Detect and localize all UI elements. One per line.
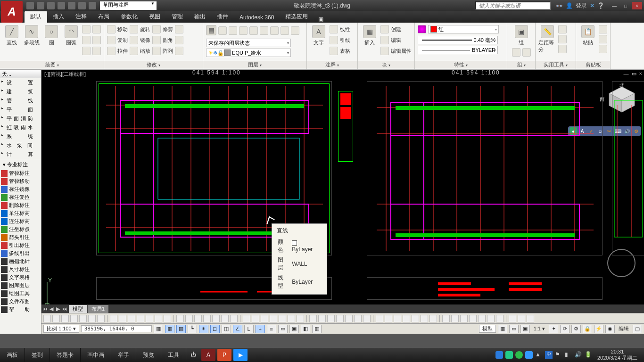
isolate-icon[interactable]: ◉ [605, 325, 615, 333]
help-icon[interactable]: ❔ [597, 2, 604, 9]
dyn-icon[interactable]: + [256, 325, 265, 333]
tree-item[interactable]: 箭头引注 [0, 233, 41, 241]
toolbar-btn[interactable] [176, 315, 184, 322]
ducs-icon[interactable]: L [244, 325, 254, 333]
minimize-button[interactable]: — [609, 2, 619, 9]
app-logo[interactable]: A [1, 1, 23, 23]
leader-icon[interactable] [330, 36, 338, 44]
current-layer-dropdown[interactable]: ☀❄🔓 EQUIP_给水 [206, 49, 291, 57]
grid-display2-icon[interactable]: ▦ [498, 325, 507, 333]
toolbar-btn[interactable] [88, 315, 96, 322]
quickview-dwg-icon[interactable]: ▣ [520, 325, 530, 333]
toolbar-btn[interactable] [243, 315, 250, 322]
taskbar-segment[interactable]: 画板 [0, 348, 25, 362]
otrack-icon[interactable]: ∠ [233, 325, 242, 333]
stretch-icon[interactable] [107, 47, 116, 55]
tree-item[interactable]: 平 面 [0, 105, 41, 114]
toolbar-btn[interactable] [185, 315, 193, 322]
tray-qq-icon[interactable] [495, 351, 503, 359]
tab-insert[interactable]: 插入 [47, 11, 70, 23]
tab-next-icon[interactable]: ▶ [55, 306, 61, 312]
erase-icon[interactable] [175, 25, 183, 33]
taskbar-segment[interactable]: 签到 [25, 348, 50, 362]
infer-icon[interactable]: ▦ [154, 325, 163, 333]
toolbar-btn[interactable] [261, 315, 268, 322]
tree-item[interactable]: 系 统 [0, 132, 41, 141]
group-button[interactable]: ▣组 [512, 25, 530, 46]
toolbar-btn[interactable] [221, 315, 229, 322]
tree-item[interactable]: 标注复位 [0, 193, 41, 201]
tab-expand-icon[interactable]: ▣ [316, 16, 325, 23]
toolbar-btn[interactable] [128, 315, 135, 322]
vp-min-icon[interactable]: — [624, 71, 629, 77]
vp-restore-icon[interactable]: ▭ [632, 71, 636, 77]
toolbar-btn[interactable] [451, 315, 459, 322]
tab-plugin[interactable]: 插件 [211, 11, 234, 23]
scale-dropdown[interactable]: 比例 1:100 ▾ [43, 325, 79, 333]
rotate-icon[interactable] [130, 25, 138, 33]
matchprop-icon[interactable] [418, 25, 426, 33]
tpy-icon[interactable]: ▭ [278, 325, 288, 333]
exchange-icon[interactable]: ✕ [590, 2, 594, 9]
tab-last-icon[interactable]: ⏭ [61, 306, 68, 312]
toolbar-btn[interactable] [376, 315, 383, 322]
layer-btn3-icon[interactable] [239, 26, 248, 35]
toolbar-btn[interactable] [110, 315, 117, 322]
tray-chevron-icon[interactable]: ▲ [535, 351, 543, 359]
taskbar-app-autocad[interactable]: A [201, 349, 215, 361]
tree-item[interactable]: 绘图工具 [0, 289, 41, 297]
polyline-button[interactable]: ∿多段线 [23, 25, 41, 46]
tree-item[interactable]: 计 算 [0, 150, 41, 159]
tab-default[interactable]: 默认 [25, 11, 47, 23]
group-edit-icon[interactable] [522, 48, 531, 57]
tree-item[interactable]: 帮 助 [0, 305, 41, 313]
tray-flag-icon[interactable]: ⚑ [555, 351, 562, 359]
linetype-dropdown[interactable]: BYLAYER [418, 46, 498, 54]
qat-save-icon[interactable] [47, 2, 55, 9]
toolbar-btn[interactable] [164, 315, 171, 322]
polar-icon[interactable]: ✶ [199, 325, 208, 333]
ellipse-icon[interactable] [82, 36, 91, 44]
sc-icon[interactable]: ◧ [301, 325, 310, 333]
tray-batt-icon[interactable]: 🔋 [585, 351, 592, 359]
vp-close-icon[interactable]: × [639, 71, 642, 77]
tree-item[interactable]: 虹吸雨水 [0, 123, 41, 132]
toolbar-btn[interactable] [97, 315, 105, 322]
toolbar-btn[interactable] [442, 315, 450, 322]
grid-icon[interactable]: ▦ [176, 325, 186, 333]
layout1-tab[interactable]: 布局1 [88, 305, 108, 313]
tree-item[interactable]: 标注镜像 [0, 185, 41, 193]
tray-wechat-icon[interactable] [515, 351, 523, 359]
anno-scale-dropdown[interactable]: 1:1 ▾ [532, 326, 547, 332]
tab-param[interactable]: 参数化 [115, 11, 143, 23]
tree-item[interactable]: 管 线 [0, 96, 41, 105]
login-link[interactable]: 登录 [576, 2, 587, 10]
toolbar-btn[interactable] [52, 315, 60, 322]
cut-icon[interactable] [599, 25, 607, 33]
binoculars-icon[interactable]: 👓 [555, 2, 563, 9]
fillet-icon[interactable] [152, 36, 161, 44]
clean-screen-icon[interactable]: ▢ [633, 325, 642, 333]
toolbar-btn[interactable] [79, 315, 87, 322]
props-group-label[interactable]: 特性 [454, 62, 468, 67]
power-icon[interactable]: ⏻ [186, 352, 200, 358]
toolbar-btn[interactable] [61, 315, 69, 322]
scale-icon[interactable] [130, 47, 138, 55]
toolbar-btn[interactable] [318, 315, 326, 322]
insert-block-button[interactable]: ▦插入 [361, 25, 379, 46]
measure-button[interactable]: 📏定距等分 [538, 25, 556, 53]
color-dropdown[interactable]: 红 [428, 25, 499, 33]
osnap-icon[interactable]: ◻ [210, 325, 220, 333]
layer-state-dropdown[interactable]: 未保存的图层状态 [206, 39, 291, 47]
toolbar-btn[interactable] [336, 315, 344, 322]
taskbar-segment[interactable]: 预览 [136, 348, 161, 362]
toolbar-btn[interactable] [412, 315, 419, 322]
move-icon[interactable] [107, 25, 116, 33]
toolbar-btn[interactable] [230, 315, 238, 322]
tab-first-icon[interactable]: ⏮ [41, 306, 48, 312]
copy-icon[interactable] [107, 36, 116, 44]
toolbar-btn[interactable] [527, 315, 534, 322]
tray-cloud-icon[interactable] [525, 351, 533, 359]
tree-item[interactable]: 图库图层 [0, 281, 41, 289]
trim-icon[interactable] [152, 25, 161, 33]
